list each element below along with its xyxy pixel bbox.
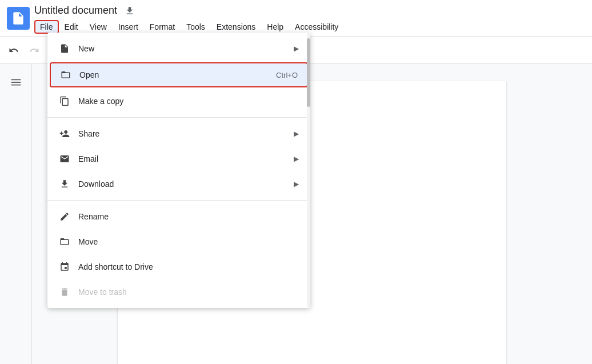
- menu-item-rename-label: Rename: [78, 212, 299, 221]
- menu-item-add-shortcut-label: Add shortcut to Drive: [78, 262, 299, 271]
- menu-tools[interactable]: Tools: [181, 20, 211, 34]
- menu-edit[interactable]: Edit: [59, 20, 84, 34]
- svg-rect-1: [15, 21, 22, 22]
- drive-save-button[interactable]: [122, 3, 138, 19]
- menu-item-share[interactable]: Share ▶: [47, 121, 310, 146]
- menu-format[interactable]: Format: [144, 20, 181, 34]
- menu-item-make-copy[interactable]: Make a copy: [47, 89, 310, 114]
- menu-item-download-arrow: ▶: [294, 180, 299, 188]
- menu-item-new[interactable]: New ▶: [47, 36, 310, 61]
- download-icon: [59, 178, 70, 190]
- menu-item-open-label: Open: [79, 70, 268, 79]
- menu-item-move-to-trash-label: Move to trash: [78, 287, 299, 297]
- menu-item-email-arrow: ▶: [294, 155, 299, 163]
- menu-item-move-to-trash[interactable]: Move to trash: [47, 279, 310, 305]
- menu-item-share-label: Share: [78, 129, 286, 138]
- dropdown-scrollbar-thumb[interactable]: [307, 38, 310, 107]
- menu-item-make-copy-label: Make a copy: [78, 97, 299, 106]
- shortcut-icon: [59, 261, 70, 273]
- menu-item-rename[interactable]: Rename: [47, 204, 310, 229]
- menu-file[interactable]: File: [34, 20, 59, 34]
- menu-item-move[interactable]: Move: [47, 229, 310, 254]
- menu-item-share-arrow: ▶: [294, 130, 299, 138]
- menu-bar: File Edit View Insert Format Tools Exten…: [34, 20, 585, 34]
- file-copy-icon: [59, 95, 70, 107]
- app-icon: [7, 7, 30, 30]
- top-bar: Untitled document File Edit View Insert …: [0, 0, 592, 37]
- doc-title[interactable]: Untitled document: [34, 5, 117, 17]
- menu-item-download[interactable]: Download ▶: [47, 171, 310, 197]
- file-dropdown-menu: New ▶ Open Ctrl+O Make a copy Share ▶ Em…: [47, 33, 310, 308]
- file-new-icon: [59, 43, 70, 54]
- menu-item-add-shortcut[interactable]: Add shortcut to Drive: [47, 254, 310, 279]
- divider-1: [47, 117, 310, 118]
- undo-button[interactable]: [5, 41, 23, 59]
- pencil-icon: [59, 211, 70, 222]
- menu-insert[interactable]: Insert: [113, 20, 144, 34]
- menu-item-new-arrow: ▶: [294, 45, 299, 53]
- trash-icon: [59, 286, 70, 298]
- menu-item-new-label: New: [78, 44, 286, 53]
- folder-move-icon: [59, 236, 70, 247]
- person-add-icon: [59, 128, 70, 139]
- svg-rect-2: [15, 17, 19, 18]
- redo-button[interactable]: [25, 41, 43, 59]
- dropdown-scrollbar[interactable]: [307, 33, 310, 308]
- sidebar-navigation-icon[interactable]: [5, 71, 27, 94]
- divider-2: [47, 200, 310, 201]
- menu-item-email-label: Email: [78, 154, 286, 163]
- doc-title-area: Untitled document File Edit View Insert …: [34, 3, 585, 34]
- sidebar: [0, 64, 32, 364]
- menu-extensions[interactable]: Extensions: [211, 20, 261, 34]
- menu-item-download-label: Download: [78, 179, 286, 189]
- menu-item-open-shortcut: Ctrl+O: [276, 71, 298, 79]
- folder-open-icon: [60, 69, 71, 81]
- menu-view[interactable]: View: [84, 20, 113, 34]
- menu-help[interactable]: Help: [261, 20, 289, 34]
- menu-item-move-label: Move: [78, 237, 299, 246]
- menu-item-email[interactable]: Email ▶: [47, 146, 310, 171]
- menu-item-open[interactable]: Open Ctrl+O: [50, 62, 308, 87]
- email-icon: [59, 153, 70, 165]
- menu-accessibility[interactable]: Accessibility: [289, 20, 344, 34]
- svg-rect-0: [15, 19, 22, 20]
